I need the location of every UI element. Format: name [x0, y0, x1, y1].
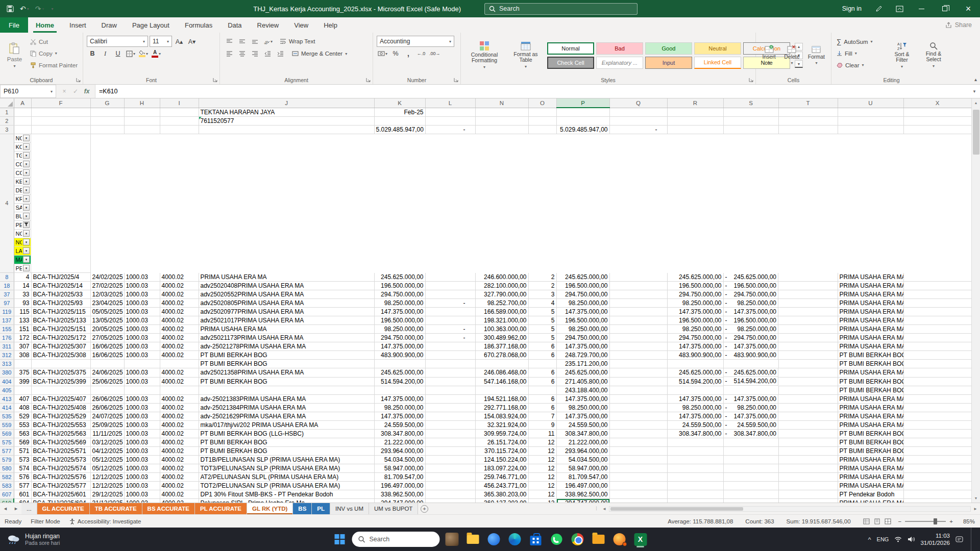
cell-U1[interactable]	[838, 108, 903, 116]
save-button[interactable]	[4, 2, 16, 15]
formula-input[interactable]: =K610	[95, 85, 969, 98]
cell-N312[interactable]: 670.278.068,00	[475, 351, 528, 360]
cell-F3[interactable]	[31, 125, 90, 134]
row-header-176[interactable]: 176	[0, 334, 14, 342]
cell-T137[interactable]	[778, 316, 838, 325]
cell-H583[interactable]: 1000.03	[124, 482, 160, 490]
filter-dropdown-tgl[interactable]: ▾	[23, 152, 30, 159]
hidden-icons-chevron[interactable]: ^	[868, 536, 871, 543]
cell-J413[interactable]: adv-25021383PRIMA USAHA ERA MA	[199, 394, 374, 404]
fill-button[interactable]: Fill▾	[835, 48, 885, 59]
tab-home[interactable]: Home	[28, 17, 62, 33]
clipboard-dialog-launcher[interactable]	[76, 77, 81, 83]
cell-J313[interactable]: PT BUMI BERKAH BOG	[199, 360, 374, 368]
cell-Q414[interactable]	[609, 404, 667, 412]
cell-G577[interactable]: 04/12/2025	[90, 447, 124, 456]
cell-H577[interactable]: 1000.03	[124, 447, 160, 456]
cell-I405[interactable]	[160, 386, 199, 394]
cell-F176[interactable]: BCA-THJ/2025/172	[31, 334, 90, 342]
weather-widget[interactable]: Hujan ringan Pada sore hari	[0, 533, 60, 546]
cell-K610[interactable]: 294.747.000,00	[374, 499, 425, 503]
cell-P37[interactable]: 294.750.000,00	[556, 290, 609, 299]
cell-F37[interactable]: BCA-THJ/2025/33	[31, 290, 90, 299]
collapse-ribbon-icon[interactable]: ▴	[974, 77, 977, 82]
cell-T313[interactable]	[778, 360, 838, 368]
cell-I8[interactable]: 4000.02	[160, 273, 199, 282]
browser-beta-icon[interactable]	[611, 531, 628, 548]
cell-N607[interactable]: 365.380.203,00	[475, 490, 528, 499]
cell-O18[interactable]: 2	[528, 282, 556, 290]
animal-photo-icon[interactable]	[444, 531, 461, 548]
cell-F2[interactable]	[31, 116, 90, 125]
page-break-view-button[interactable]	[885, 518, 891, 524]
merge-center-button[interactable]: Merge & Center▾	[290, 48, 349, 59]
cell-S312[interactable]: -483.900.900,00	[724, 351, 779, 360]
cell-K2[interactable]	[374, 116, 425, 125]
customize-qat-button[interactable]: ▾	[48, 2, 56, 15]
cell-T580[interactable]	[778, 464, 838, 473]
cell-L37[interactable]	[425, 290, 475, 299]
filter-header-kode[interactable]: KODE TRANSAKSI▾	[14, 143, 32, 152]
filter-dropdown-mapping[interactable]: ▾	[23, 256, 30, 263]
cell-P582[interactable]: 81.709.547,00	[556, 473, 609, 482]
align-top-button[interactable]	[224, 36, 235, 47]
cell-L155[interactable]: -	[425, 325, 475, 334]
cell-S559[interactable]: -24.559.500,00	[724, 421, 779, 430]
cell-J2[interactable]: 7611520577	[199, 116, 374, 125]
cell-J577[interactable]: PT BUMI BERKAH BOG	[199, 447, 374, 456]
align-center-button[interactable]	[236, 48, 248, 59]
cell-X137[interactable]	[903, 316, 971, 325]
page-layout-view-button[interactable]	[874, 518, 880, 524]
cell-Q582[interactable]	[609, 473, 667, 482]
cell-J176[interactable]: adv25021173PRIMA USAHA ERA MA	[199, 334, 374, 342]
cell-A137[interactable]: 133	[14, 316, 31, 325]
filter-header-tgl[interactable]: TGL▾	[14, 152, 32, 160]
cell-O580[interactable]: 12	[528, 464, 556, 473]
formula-bar-expand-icon[interactable]: ▾	[969, 85, 980, 98]
row-header-580[interactable]: 580	[0, 464, 14, 473]
column-header-L[interactable]: L	[425, 98, 475, 108]
cell-R97[interactable]: 98.250.000,00	[667, 299, 723, 308]
cell-I18[interactable]: 4000.02	[160, 282, 199, 290]
comma-style-button[interactable]: ,	[403, 48, 414, 59]
cell-P155[interactable]: 98.250.000,00	[556, 325, 609, 334]
delete-cells-button[interactable]: Delete ▾	[781, 35, 802, 76]
cell-O414[interactable]: 6	[528, 404, 556, 412]
cell-L119[interactable]	[425, 308, 475, 316]
cell-L559[interactable]	[425, 421, 475, 430]
cell-A380[interactable]: 375	[14, 368, 31, 378]
cell-Q1[interactable]	[609, 108, 667, 116]
cell-I413[interactable]: 4000.02	[160, 394, 199, 404]
cell-S607[interactable]	[723, 490, 778, 499]
cell-F575[interactable]: BCA-THJ/2025/569	[31, 438, 90, 447]
cell-U582[interactable]: PRIMA USAHA ERA MA	[838, 473, 903, 482]
cell-Q405[interactable]	[609, 386, 667, 394]
tab-formulas[interactable]: Formulas	[177, 17, 220, 33]
cell-X583[interactable]	[903, 482, 971, 490]
cell-U176[interactable]: PRIMA USAHA ERA MA	[838, 334, 903, 342]
minimize-button[interactable]	[910, 0, 933, 17]
column-header-X[interactable]: X	[903, 98, 971, 108]
font-size-select[interactable]: 11▾	[150, 36, 172, 47]
cell-P137[interactable]: 196.500.000,00	[556, 316, 609, 325]
cell-I37[interactable]: 4000.02	[160, 290, 199, 299]
cell-T405[interactable]	[778, 386, 838, 394]
cell-R1[interactable]	[667, 108, 723, 116]
cell-S577[interactable]	[723, 447, 778, 456]
accessibility-status-button[interactable]: Accessibility: Investigate	[65, 518, 146, 524]
cell-N18[interactable]: 282.100.000,00	[475, 282, 528, 290]
cell-A579[interactable]: 573	[14, 456, 31, 464]
cell-H414[interactable]: 1000.03	[124, 404, 160, 412]
row-header-312[interactable]: 312	[0, 351, 14, 360]
title-search-box[interactable]: Search	[484, 3, 638, 15]
filter-dropdown-debit[interactable]: ▾	[23, 187, 30, 193]
cell-K155[interactable]: 98.250.000,00	[374, 325, 425, 334]
cell-Q610[interactable]	[609, 499, 667, 503]
wrap-text-button[interactable]: Wrap Text	[278, 36, 316, 47]
cell-X559[interactable]	[903, 421, 971, 430]
row-header-1[interactable]: 1	[0, 108, 14, 116]
cell-L607[interactable]	[425, 490, 475, 499]
filter-dropdown-coa_bank[interactable]: ▾	[23, 161, 30, 167]
cell-A404[interactable]: 399	[14, 377, 31, 386]
cell-J569[interactable]: PT BUMI BERKAH BOG (LLG-HSBC)	[199, 430, 374, 438]
